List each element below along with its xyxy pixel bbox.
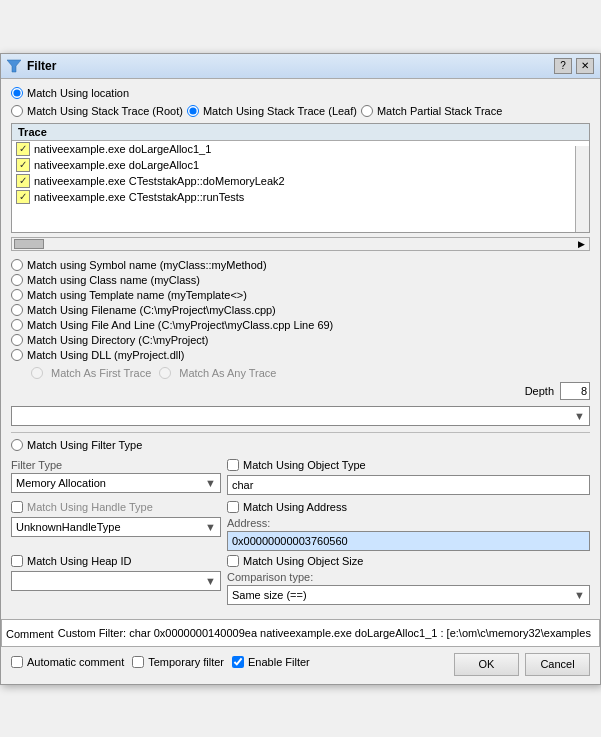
location-option-row: Match Using location [11,87,590,99]
handle-type-combo[interactable]: UnknownHandleType ▼ [11,517,221,537]
option-row-2: Match using Template name (myTemplate<>) [11,289,590,301]
heap-id-combo[interactable]: ▼ [11,571,221,591]
scroll-right-arrow[interactable]: ▶ [574,239,589,249]
option-row-1: Match using Class name (myClass) [11,274,590,286]
match-object-type-checkbox[interactable] [227,459,239,471]
filter-type-combo[interactable]: Memory Allocation ▼ [11,473,221,493]
match-address-checkbox[interactable] [227,501,239,513]
match-object-type-label: Match Using Object Type [243,459,366,471]
trace-item-1[interactable]: nativeexample.exe doLargeAlloc1 [12,157,589,173]
match-option-2-radio[interactable] [11,289,23,301]
handle-type-col: Match Using Handle Type UnknownHandleTyp… [11,501,221,551]
trace-header: Trace [12,124,589,141]
stack-trace-options: Match Using Stack Trace (Root) Match Usi… [11,105,590,117]
help-button[interactable]: ? [554,58,572,74]
heap-id-arrow: ▼ [205,575,216,587]
match-option-2-label: Match using Template name (myTemplate<>) [27,289,247,301]
depth-input[interactable] [560,382,590,400]
address-col: Match Using Address Address: [227,501,590,551]
match-location-label: Match Using location [27,87,129,99]
stack-trace-root-label: Match Using Stack Trace (Root) [27,105,183,117]
trace-scroll-area[interactable]: nativeexample.exe doLargeAlloc1_1 native… [12,141,589,227]
filter-grid: Filter Type Memory Allocation ▼ Match Us… [11,459,590,495]
option-row-4: Match Using File And Line (C:\myProject\… [11,319,590,331]
match-address-checkbox-row: Match Using Address [227,501,590,513]
scroll-thumb[interactable] [14,239,44,249]
title-bar-left: Filter [7,59,56,73]
comment-label: Comment [6,628,54,640]
match-obj-size-checkbox[interactable] [227,555,239,567]
match-filter-type-radio[interactable] [11,439,23,451]
match-option-4-label: Match Using File And Line (C:\myProject\… [27,319,333,331]
option-row-3: Match Using Filename (C:\myProject\myCla… [11,304,590,316]
horizontal-scrollbar[interactable]: ▶ [11,237,590,251]
match-option-6-radio[interactable] [11,349,23,361]
trace-item-3[interactable]: nativeexample.exe CTeststakApp::runTests [12,189,589,205]
match-location-radio[interactable] [11,87,23,99]
title-bar-controls: ? ✕ [554,58,594,74]
match-as-any-label: Match As Any Trace [179,367,276,379]
option-row-6: Match Using DLL (myProject.dll) [11,349,590,361]
handle-address-grid: Match Using Handle Type UnknownHandleTyp… [11,501,590,551]
separator-1 [11,432,590,433]
match-option-1-label: Match using Class name (myClass) [27,274,200,286]
match-heap-id-checkbox[interactable] [11,555,23,567]
stack-trace-leaf-label: Match Using Stack Trace (Leaf) [203,105,357,117]
match-handle-type-checkbox-row: Match Using Handle Type [11,501,221,513]
depth-label: Depth [525,385,554,397]
stack-trace-leaf-radio[interactable] [187,105,199,117]
object-size-grid: Match Using Heap ID ▼ Match Using Object… [11,555,590,605]
trace-scrollbar[interactable] [575,146,589,232]
comparison-type-arrow: ▼ [574,589,585,601]
trace-checkbox-1[interactable] [16,158,30,172]
temp-filter-checkbox-row: Temporary filter [132,656,224,668]
match-obj-size-label: Match Using Object Size [243,555,363,567]
window-title: Filter [27,59,56,73]
auto-comment-checkbox[interactable] [11,656,23,668]
filter-type-field-label: Filter Type [11,459,221,471]
object-type-input[interactable] [227,475,590,495]
comparison-type-combo[interactable]: Same size (==) ▼ [227,585,590,605]
enable-filter-checkbox[interactable] [232,656,244,668]
stack-trace-partial-radio[interactable] [361,105,373,117]
match-option-5-radio[interactable] [11,334,23,346]
trace-combo[interactable]: ▼ [11,406,590,426]
trace-sub-options: Match As First Trace Match As Any Trace [11,367,590,379]
close-button[interactable]: ✕ [576,58,594,74]
match-as-any-radio[interactable] [159,367,171,379]
handle-type-arrow: ▼ [205,521,216,533]
match-option-4-radio[interactable] [11,319,23,331]
depth-row: Depth [11,382,590,400]
stack-trace-partial-label: Match Partial Stack Trace [377,105,502,117]
comparison-type-value: Same size (==) [232,589,307,601]
trace-checkbox-3[interactable] [16,190,30,204]
temp-filter-label: Temporary filter [148,656,224,668]
combo-arrow: ▼ [574,410,585,422]
match-option-6-label: Match Using DLL (myProject.dll) [27,349,184,361]
cancel-button[interactable]: Cancel [525,653,590,676]
filter-type-section-header: Match Using Filter Type [11,439,590,451]
match-handle-type-checkbox[interactable] [11,501,23,513]
match-as-first-radio[interactable] [31,367,43,379]
filter-type-arrow: ▼ [205,477,216,489]
trace-checkbox-0[interactable] [16,142,30,156]
match-object-type-checkbox-row: Match Using Object Type [227,459,590,471]
enable-filter-label: Enable Filter [248,656,310,668]
ok-button[interactable]: OK [454,653,519,676]
match-handle-type-label: Match Using Handle Type [27,501,153,513]
trace-text-0: nativeexample.exe doLargeAlloc1_1 [34,143,211,155]
trace-box: Trace nativeexample.exe doLargeAlloc1_1 … [11,123,590,233]
address-input[interactable] [227,531,590,551]
option-row-0: Match using Symbol name (myClass::myMeth… [11,259,590,271]
match-filter-type-label: Match Using Filter Type [27,439,142,451]
main-content: Match Using location Match Using Stack T… [1,79,600,613]
trace-checkbox-2[interactable] [16,174,30,188]
stack-trace-root-radio[interactable] [11,105,23,117]
match-option-1-radio[interactable] [11,274,23,286]
trace-item-2[interactable]: nativeexample.exe CTeststakApp::doMemory… [12,173,589,189]
trace-item-0[interactable]: nativeexample.exe doLargeAlloc1_1 [12,141,589,157]
match-option-0-radio[interactable] [11,259,23,271]
temp-filter-checkbox[interactable] [132,656,144,668]
match-heap-id-label: Match Using Heap ID [27,555,132,567]
match-option-3-radio[interactable] [11,304,23,316]
